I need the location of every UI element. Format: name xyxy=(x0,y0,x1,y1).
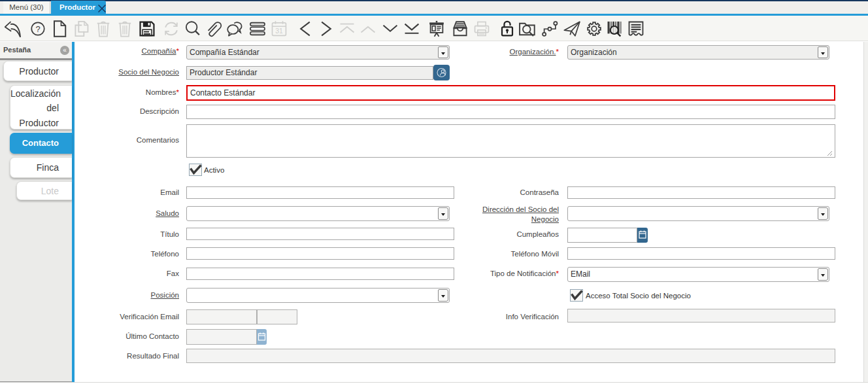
svg-text:31: 31 xyxy=(275,27,283,35)
svg-text:?: ? xyxy=(35,24,40,33)
